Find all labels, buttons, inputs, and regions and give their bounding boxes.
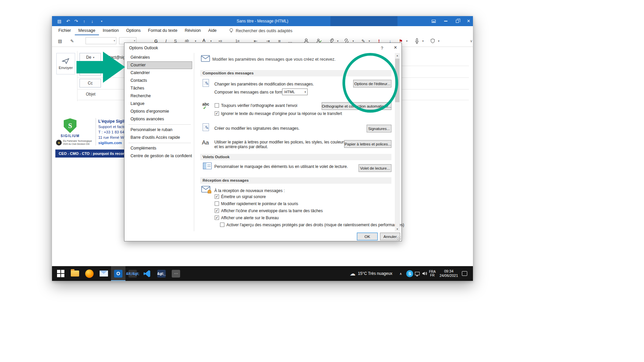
signatures-button[interactable]: Signatures... <box>367 125 391 132</box>
envelope-taskbar-checkbox[interactable]: ✓ <box>215 208 219 213</box>
spelling-autocorrect-button[interactable]: Orthographe et correction automatique... <box>322 102 391 110</box>
scroll-down-icon[interactable]: ▼ <box>395 227 400 232</box>
nav-generales[interactable]: Générales <box>127 54 192 61</box>
dialog-help-icon[interactable]: ? <box>379 45 385 52</box>
dialog-scrollbar[interactable]: ▲ ▼ <box>395 53 400 232</box>
tell-me-search[interactable]: Rechercher des outils adaptés <box>229 26 292 35</box>
minimize-icon[interactable] <box>440 16 451 26</box>
sensitivity-icon[interactable] <box>429 37 436 45</box>
cc-button[interactable]: Cc <box>79 79 101 87</box>
spellcheck-checkbox[interactable] <box>215 103 219 108</box>
flag-caret-icon[interactable]: ▾ <box>404 37 410 45</box>
dialog-close-icon[interactable]: × <box>391 44 399 51</box>
dictate-mic-icon[interactable] <box>414 37 420 45</box>
scrollbar-thumb[interactable] <box>395 59 399 102</box>
rights-preview-checkbox[interactable] <box>220 223 224 227</box>
tab-insertion[interactable]: Insertion <box>99 26 122 35</box>
ok-button[interactable]: OK <box>357 233 378 240</box>
outlook-button[interactable]: O <box>111 266 125 281</box>
tab-fichier[interactable]: Fichier <box>55 26 75 35</box>
from-button[interactable]: De ▾ <box>79 53 101 62</box>
window-title: Sans titre - Message (HTML) <box>52 16 473 26</box>
scroll-up-icon[interactable]: ▲ <box>395 53 400 58</box>
start-button[interactable] <box>53 266 68 281</box>
clock[interactable]: 09:34 24/06/2021 <box>438 266 459 281</box>
dialog-nav: Générales Courrier Calendrier Contacts T… <box>127 54 192 160</box>
section-composition: Composition des messages <box>200 70 391 76</box>
skype-tray-button[interactable]: S <box>406 266 413 281</box>
font-name-combo[interactable]: ▾ <box>86 37 116 44</box>
pointer-checkbox[interactable] <box>215 201 219 206</box>
desktop-alert-checkbox[interactable]: ✓ <box>215 216 219 220</box>
nav-avancees[interactable]: Options avancées <box>127 115 192 123</box>
pinned-app-button[interactable]: ⋯ <box>169 266 183 281</box>
folder-icon <box>71 270 79 277</box>
resize-grip[interactable] <box>397 237 401 241</box>
nav-contacts[interactable]: Contacts <box>127 77 192 84</box>
stationery-text: Utiliser le papier à lettres pour modifi… <box>214 140 348 149</box>
stationery-fonts-button[interactable]: Papier à lettres et polices... <box>344 140 391 148</box>
signature-website-link[interactable]: sigilium.com <box>98 141 122 145</box>
signature-divider <box>96 118 96 145</box>
network-tray-button[interactable] <box>415 266 420 281</box>
firefox-icon <box>85 269 94 278</box>
nav-confidentialite[interactable]: Centre de gestion de la confidentialité <box>127 152 192 160</box>
rights-preview-label: Activer l'aperçu des messages protégés p… <box>226 223 404 227</box>
spellcheck-icon: abc ✓ <box>202 102 209 107</box>
chevron-up-icon: ∧ <box>399 272 402 276</box>
tab-aide[interactable]: Aide <box>205 26 220 35</box>
language-line-1: FRA <box>429 270 436 274</box>
vscode-button[interactable] <box>140 266 154 281</box>
nav-langue[interactable]: Langue <box>127 100 192 108</box>
nav-ergonomie[interactable]: Options d'ergonomie <box>127 108 192 115</box>
reading-pane-button[interactable]: Volet de lecture... <box>359 164 391 172</box>
restore-icon[interactable] <box>451 16 463 26</box>
nav-acces-rapide[interactable]: Barre d'outils Accès rapide <box>127 134 192 141</box>
to-button[interactable]: À <box>79 67 101 76</box>
tab-options[interactable]: Options <box>122 26 144 35</box>
editor-options-button[interactable]: Options de l'éditeur... <box>353 80 391 87</box>
ribbon-display-icon[interactable] <box>428 16 439 26</box>
send-button[interactable]: Envoyer <box>56 53 75 74</box>
nav-calendrier[interactable]: Calendrier <box>127 69 192 77</box>
code-app-icon: &lt;/&gt; <box>128 270 137 278</box>
sound-checkbox[interactable]: ✓ <box>215 194 219 199</box>
format-select[interactable]: HTML ▾ <box>282 88 308 95</box>
desktop-alert-label: Afficher une alerte sur le Bureau <box>221 216 279 220</box>
weather-widget[interactable]: ☁ 15°C Très nuageux <box>350 266 392 281</box>
nav-complements[interactable]: Compléments <box>127 144 192 152</box>
action-center-button[interactable] <box>462 266 467 281</box>
tray-expand-chevron[interactable]: ∧ <box>399 266 402 281</box>
tab-message[interactable]: Message <box>75 26 99 35</box>
spellcheck-label: Toujours vérifier l'orthographe avant l'… <box>221 103 297 108</box>
powershell-button[interactable]: &gt;_ <box>154 266 169 281</box>
code-app-button[interactable]: &lt;/&gt; <box>125 266 140 281</box>
outlook-window: ▤ ↶ ↷ ↑ ↓ ▾ Sans titre - Message (HTML) … <box>52 16 473 281</box>
select-caret-icon: ▾ <box>305 90 306 94</box>
signature-banner[interactable]: CEO - CMO - CTO : pourquoi ils recomm <box>55 149 126 158</box>
to-label: À <box>89 69 92 74</box>
nav-ruban[interactable]: Personnaliser le ruban <box>127 126 192 134</box>
tab-revision[interactable]: Révision <box>181 26 205 35</box>
nav-recherche[interactable]: Recherche <box>127 92 192 100</box>
sensitivity-caret-icon[interactable]: ▾ <box>435 37 442 45</box>
network-icon <box>415 272 420 275</box>
file-explorer-button[interactable] <box>68 266 82 281</box>
close-icon[interactable]: × <box>463 16 474 26</box>
format-painter-icon[interactable]: ✎ <box>69 37 75 45</box>
mail-header-icon <box>201 55 210 62</box>
language-indicator[interactable]: FRA FR <box>429 266 436 281</box>
nav-taches[interactable]: Tâches <box>127 84 192 92</box>
pointer-label: Modifier rapidement le pointeur de la so… <box>221 201 298 206</box>
firefox-button[interactable] <box>82 266 97 281</box>
mail-app-button[interactable] <box>97 266 111 281</box>
send-icon <box>62 58 70 64</box>
paste-icon[interactable]: ▤ <box>57 37 63 45</box>
tab-format-du-texte[interactable]: Format du texte <box>144 26 181 35</box>
dictate-caret-icon[interactable]: ▾ <box>420 37 426 45</box>
volume-tray-button[interactable] <box>422 266 427 281</box>
collapse-ribbon-icon[interactable]: ∨ <box>468 37 475 45</box>
signatures-icon: ✎ <box>203 123 209 131</box>
nav-courrier[interactable]: Courrier <box>127 61 192 69</box>
ignore-original-checkbox[interactable]: ✓ <box>215 111 219 116</box>
